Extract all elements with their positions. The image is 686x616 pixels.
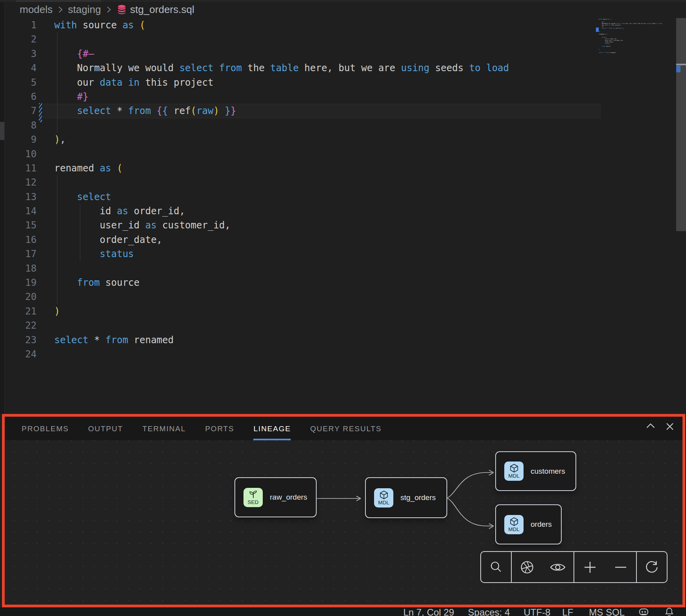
code-line[interactable]: 22 xyxy=(5,318,509,333)
panel-tab-terminal[interactable]: TERMINAL xyxy=(142,414,186,440)
code-line[interactable]: 1with source as ( xyxy=(5,18,509,32)
indent-guide xyxy=(57,32,57,132)
minimap-change-marker xyxy=(596,28,599,32)
indent-guide xyxy=(80,204,80,261)
aperture-icon[interactable] xyxy=(520,560,535,575)
editor-scrollbar[interactable] xyxy=(676,18,686,231)
indent-guide xyxy=(57,175,57,304)
code-line[interactable]: 19 from source xyxy=(5,276,509,290)
notifications-bell-icon[interactable] xyxy=(665,607,673,616)
panel-tab-output[interactable]: OUTPUT xyxy=(88,414,123,440)
code-line[interactable]: 8 xyxy=(5,118,509,132)
panel-tab-bar: PROBLEMSOUTPUTTERMINALPORTSLINEAGEQUERY … xyxy=(5,414,684,440)
code-line[interactable]: 15 user_id as customer_id, xyxy=(5,218,509,232)
code-line[interactable]: 24 xyxy=(5,347,509,361)
code-line[interactable]: 2 xyxy=(5,32,509,46)
overview-ruler-cursor-marker xyxy=(676,64,686,65)
breadcrumb-item-models[interactable]: models xyxy=(20,4,53,16)
code-line[interactable]: 17 status xyxy=(5,247,509,261)
panel-tab-query-results[interactable]: QUERY RESULTS xyxy=(310,414,382,440)
window-top-edge xyxy=(0,0,686,2)
panel-tab-ports[interactable]: PORTS xyxy=(205,414,234,440)
status-indentation[interactable]: Spaces: 4 xyxy=(468,608,510,616)
code-editor[interactable]: 1with source as (23 {#–4 Normally we wou… xyxy=(5,15,676,414)
code-line[interactable]: 9), xyxy=(5,132,509,147)
lineage-node-customers[interactable]: MDL customers xyxy=(495,451,576,491)
lineage-node-label: stg_orders xyxy=(400,493,436,502)
code-line[interactable]: 11renamed as ( xyxy=(5,161,509,175)
code-line[interactable]: 21) xyxy=(5,304,509,318)
panel-tab-lineage[interactable]: LINEAGE xyxy=(253,414,291,440)
code-line[interactable]: 18 xyxy=(5,261,509,276)
panel-close-icon[interactable] xyxy=(666,422,674,431)
refresh-icon[interactable] xyxy=(644,560,659,575)
left-gutter-strip xyxy=(0,2,5,414)
cube-icon: MDL xyxy=(504,462,524,481)
panel-actions xyxy=(646,422,674,431)
status-eol[interactable]: LF xyxy=(562,608,573,616)
chevron-right-icon xyxy=(58,6,63,13)
code-line[interactable]: 3 {#– xyxy=(5,47,509,61)
status-bar: Ln 7, Col 29 Spaces: 4 UTF-8 LF MS SQL xyxy=(0,607,686,616)
minimap[interactable]: with source as ( {#– Normally we would s… xyxy=(599,18,677,66)
left-scrollbar-thumb[interactable] xyxy=(0,122,4,140)
panel-maximize-icon[interactable] xyxy=(646,422,655,429)
search-icon[interactable] xyxy=(489,560,503,574)
cube-icon: MDL xyxy=(504,515,524,534)
code-line[interactable]: 14 id as order_id, xyxy=(5,204,509,218)
zoom-out-icon[interactable] xyxy=(614,560,627,574)
cube-icon: MDL xyxy=(374,488,393,508)
zoom-in-icon[interactable] xyxy=(583,560,597,574)
code-line[interactable]: 6 #} xyxy=(5,90,509,104)
database-icon xyxy=(116,4,127,15)
code-line[interactable]: 20 xyxy=(5,290,509,304)
panel-tab-problems[interactable]: PROBLEMS xyxy=(22,414,69,440)
code-line[interactable]: 13 select xyxy=(5,190,509,204)
code-line[interactable]: 4 Normally we would select from the tabl… xyxy=(5,61,509,75)
lineage-canvas[interactable]: SED raw_orders MDL stg_orders MDL custom… xyxy=(5,440,684,605)
status-encoding[interactable]: UTF-8 xyxy=(524,608,550,616)
chevron-right-icon xyxy=(106,6,111,13)
status-language-mode[interactable]: MS SQL xyxy=(589,608,625,616)
lineage-node-label: customers xyxy=(531,467,565,476)
code-line[interactable]: 16 order_date, xyxy=(5,233,509,247)
breadcrumb-item-staging[interactable]: staging xyxy=(68,4,101,16)
copilot-icon[interactable] xyxy=(639,607,649,616)
lineage-node-label: raw_orders xyxy=(270,493,307,502)
code-line[interactable]: 10 xyxy=(5,147,509,161)
seedling-icon: SED xyxy=(243,488,263,507)
vscode-window: models staging stg_orders.sql 1with sour… xyxy=(0,0,686,616)
lineage-node-orders[interactable]: MDL orders xyxy=(495,504,562,544)
editor-tab-sliver xyxy=(16,0,101,2)
lineage-toolbar xyxy=(480,551,668,583)
overview-ruler-change-marker xyxy=(676,66,680,72)
code-line[interactable]: 7 select * from {{ ref(raw) }} xyxy=(5,104,509,118)
lineage-node-label: orders xyxy=(531,520,552,529)
status-cursor-position[interactable]: Ln 7, Col 29 xyxy=(403,608,454,616)
code-line[interactable]: 23select * from renamed xyxy=(5,333,509,347)
breadcrumb-file-name[interactable]: stg_orders.sql xyxy=(130,4,194,16)
code-line[interactable]: 5 our data in this project xyxy=(5,75,509,90)
breadcrumb: models staging stg_orders.sql xyxy=(20,2,194,17)
lineage-node-raw_orders[interactable]: SED raw_orders xyxy=(234,477,317,517)
code-lines[interactable]: 1with source as (23 {#–4 Normally we wou… xyxy=(5,18,509,361)
code-line[interactable]: 12 xyxy=(5,175,509,189)
lineage-node-stg_orders[interactable]: MDL stg_orders xyxy=(365,477,447,518)
eye-icon[interactable] xyxy=(550,561,566,573)
